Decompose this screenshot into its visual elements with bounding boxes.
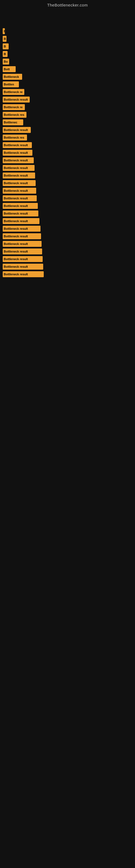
- bar-row: Bottleneck result: [3, 211, 132, 216]
- bar-row: Bottleneck result: [3, 203, 132, 209]
- bar-label: Bottleneck result: [3, 180, 36, 186]
- bar-label: Bottleneck result: [3, 211, 38, 216]
- bar-row: Bottleneck result: [3, 157, 132, 163]
- site-title: TheBottlenecker.com: [0, 0, 135, 9]
- bar-label: Bo: [3, 43, 9, 50]
- bar-row: Bottleneck result: [3, 142, 132, 148]
- bar-label: Bottleneck res: [3, 134, 27, 141]
- bar-row: Bottleneck result: [3, 264, 132, 270]
- bar-label: Bottleneck result: [3, 150, 32, 156]
- bar-row: Bottleneck result: [3, 248, 132, 254]
- bar-label: Bottleneck result: [3, 241, 42, 247]
- bar-label: Bottleneck result: [3, 188, 36, 194]
- bar-row: Bottleneck result: [3, 180, 132, 186]
- bar-label: Bottlen: [3, 82, 19, 87]
- bar-label: Bott: [3, 66, 16, 72]
- bar-row: Bottleneck result: [3, 218, 132, 224]
- bar-label: B: [3, 36, 6, 42]
- bar-row: Bottleneck result: [3, 173, 132, 179]
- bar-row: Bottleneck result: [3, 188, 132, 194]
- bar-row: B: [3, 36, 132, 42]
- bar-label: B: [3, 51, 8, 57]
- bar-row: Bottleneck re: [3, 89, 132, 95]
- bar-label: Bottleneck result: [3, 271, 44, 277]
- bar-row: Bottleneck result: [3, 97, 132, 102]
- bar-label: Bottleneck result: [3, 97, 30, 102]
- bar-label: Bottleneck result: [3, 226, 41, 231]
- bar-row: Bottleneck result: [3, 195, 132, 201]
- bar-label: Bo: [3, 59, 9, 65]
- bar-row: Bottleneck result: [3, 241, 132, 247]
- bar-label: Bottleneck re: [3, 89, 24, 95]
- bar-label: Bottleneck result: [3, 165, 35, 171]
- bar-row: Bottleneck result: [3, 165, 132, 171]
- bar-row: Bott: [3, 66, 132, 72]
- bar-row: Bottleneck re: [3, 119, 132, 125]
- bar-label: Bottleneck result: [3, 256, 43, 262]
- bar-label: Bottleneck result: [3, 264, 43, 270]
- bar-row: Bottlen: [3, 82, 132, 87]
- bar-label: Bottleneck result: [3, 248, 42, 254]
- bar-label: Bottleneck result: [3, 233, 41, 239]
- bar-label: Bottleneck result: [3, 127, 31, 133]
- bar-label: Bottleneck re: [3, 119, 23, 125]
- bar-label: B: [3, 28, 5, 34]
- bar-row: B: [3, 28, 132, 34]
- bar-label: Bottleneck result: [3, 203, 38, 209]
- bar-label: Bottleneck result: [3, 157, 34, 163]
- bar-label: Bottleneck result: [3, 173, 35, 179]
- bar-row: Bottleneck res: [3, 112, 132, 118]
- bar-row: Bottleneck res: [3, 134, 132, 141]
- bar-label: Bottleneck: [3, 74, 22, 80]
- bar-row: Bottleneck result: [3, 271, 132, 277]
- bar-row: Bottleneck result: [3, 226, 132, 231]
- bar-label: Bottleneck result: [3, 142, 32, 148]
- bar-row: Bottleneck result: [3, 127, 132, 133]
- bar-row: Bottleneck result: [3, 233, 132, 239]
- bar-row: B: [3, 51, 132, 57]
- bar-label: Bottleneck res: [3, 112, 27, 118]
- site-title-container: TheBottlenecker.com: [0, 0, 135, 9]
- bar-row: Bo: [3, 43, 132, 50]
- bar-label: Bottleneck re: [3, 104, 25, 110]
- bar-row: Bottleneck result: [3, 150, 132, 156]
- bar-label: Bottleneck result: [3, 218, 39, 224]
- bars-container: BBBoBBoBottBottleneckBottlenBottleneck r…: [0, 9, 135, 284]
- bar-row: Bottleneck: [3, 74, 132, 80]
- bar-label: Bottleneck result: [3, 195, 37, 201]
- bar-row: Bo: [3, 59, 132, 65]
- bar-row: Bottleneck result: [3, 256, 132, 262]
- bar-row: Bottleneck re: [3, 104, 132, 110]
